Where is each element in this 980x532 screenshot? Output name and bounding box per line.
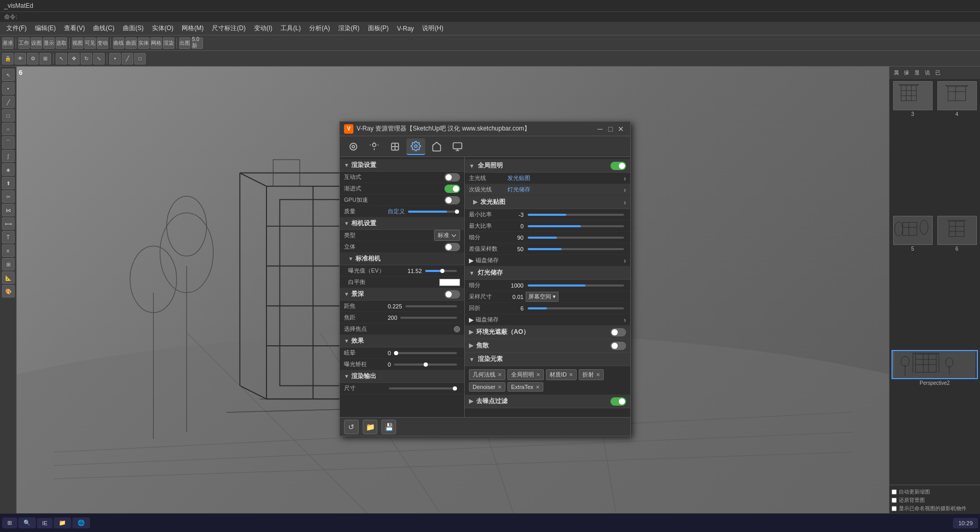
thumb-6-img[interactable] [937,216,977,245]
tb-setview[interactable]: 设图 [31,37,42,49]
interactive-toggle[interactable] [444,173,460,181]
thumb-3-img[interactable] [893,81,933,110]
restore-bg-checkbox[interactable] [892,498,897,503]
rp-tab-notes[interactable]: 说 [923,68,932,77]
menu-solid[interactable]: 实体(O) [148,23,177,34]
lt-blend[interactable]: ⋈ [2,204,15,216]
rp-tab-attributes[interactable]: 属 [892,68,901,77]
menu-curve[interactable]: 曲线(C) [89,23,119,34]
taskbar-files[interactable]: 📁 [54,517,71,528]
tb-render-tools[interactable]: 渲染 [163,37,174,49]
menu-surface[interactable]: 曲面(S) [119,23,148,34]
tab-environment[interactable] [427,138,446,155]
tag-refraction-remove[interactable]: ✕ [596,372,600,378]
tab-geometry[interactable] [386,138,404,155]
caustics-toggle[interactable] [610,342,626,350]
menu-bar[interactable]: 文件(F) 编辑(E) 查看(V) 曲线(C) 曲面(S) 实体(O) 网格(M… [0,22,980,35]
tb-rotate-icon[interactable]: ↻ [81,53,92,64]
close-button[interactable]: ✕ [616,124,626,134]
tb-solid-tools[interactable]: 实体 [138,37,149,49]
lc-disk-cache-row[interactable]: ▶ 磁盘储存 › [465,314,630,326]
irr-disk-cache-row[interactable]: ▶ 磁盘储存 › [465,255,630,266]
taskbar-start[interactable]: ⊞ [2,517,17,528]
render-save-button[interactable]: 💾 [381,420,396,434]
camera-settings-header[interactable]: ▼ 相机设置 [340,217,464,230]
render-open-button[interactable]: 📁 [363,420,377,434]
tb-curve-tools[interactable]: 曲线 [113,37,124,49]
tab-lights[interactable] [365,138,384,155]
menu-panel[interactable]: 面板(P) [364,23,393,34]
ao-toggle[interactable] [610,328,626,336]
lt-line[interactable]: ╱ [2,96,15,108]
maximize-button[interactable]: □ [605,124,616,134]
white-balance-swatch[interactable] [439,279,460,286]
vray-dialog-title[interactable]: V V-Ray 资源管理器【SketchUp吧 汉化 www.sketchupb… [340,122,630,136]
lt-rect[interactable]: □ [2,109,15,122]
menu-view[interactable]: 查看(V) [60,23,89,34]
render-output-header[interactable]: ▼ 渲染输出 [340,370,464,383]
taskbar-browser[interactable]: 🌐 [72,517,90,528]
dof-toggle[interactable] [444,290,460,299]
taskbar-search[interactable]: 🔍 [18,517,36,528]
stereo-toggle[interactable] [444,243,460,251]
lt-text[interactable]: T [2,231,15,243]
gpu-toggle[interactable] [444,196,460,204]
tab-settings[interactable] [406,138,425,155]
irradiance-map-header[interactable]: ▶ 发光贴图 › [465,196,630,209]
lt-circle[interactable]: ○ [2,123,15,135]
caustics-header[interactable]: ▶ 焦散 [465,339,630,353]
tb-workplane[interactable]: 工作 [18,37,30,49]
show-camera-checkbox[interactable] [892,506,897,511]
ao-header[interactable]: ▶ 环境光遮蔽（AO） [465,326,630,339]
minimize-button[interactable]: ─ [595,124,605,134]
tb-eye-icon[interactable]: 👁 [15,53,26,64]
rp-tab-edge[interactable]: 缘 [902,68,911,77]
tab-materials[interactable] [344,138,363,155]
tb-standard[interactable]: 基准 [2,37,14,49]
thumb-5-img[interactable] [893,216,933,245]
tb-snap-icon[interactable]: ⊞ [40,53,51,64]
denoiser-toggle[interactable] [610,397,626,406]
thumb-4-img[interactable] [937,81,977,110]
tag-denoiser-remove[interactable]: ✕ [498,384,502,390]
lt-trim[interactable]: ✂ [2,190,15,203]
taskbar-ie[interactable]: IE [37,518,53,528]
render-settings-header[interactable]: ▼ 渲染设置 [340,159,464,172]
tb-gear-icon[interactable]: ⚙ [27,53,39,64]
tb-surface-tools[interactable]: 曲面 [125,37,137,49]
autoupdate-checkbox[interactable] [892,489,897,495]
effects-header[interactable]: ▼ 效果 [340,335,464,347]
menu-analyze[interactable]: 分析(A) [305,23,334,34]
tb-mesh-tools[interactable]: 网格 [150,37,162,49]
render-reset-button[interactable]: ↺ [344,420,359,434]
tb-visible[interactable]: 可见 [84,37,96,49]
denoiser-header[interactable]: ▶ 去噪点过滤 [465,395,630,408]
lt-curve[interactable]: ∫ [2,150,15,162]
menu-edit[interactable]: 编辑(E) [31,23,60,34]
dof-header[interactable]: ▼ 景深 [340,288,464,301]
tb-scale-icon[interactable]: ⤡ [93,53,105,64]
tb-select[interactable]: 选取 [56,37,67,49]
tab-render[interactable] [448,138,467,155]
menu-dim[interactable]: 尺寸标注(D) [208,23,250,34]
lt-render[interactable]: 🎨 [2,285,15,297]
tb-new-features[interactable]: 5.0新 [192,37,203,49]
lt-mesh[interactable]: ⊞ [2,258,15,270]
lt-select[interactable]: ↖ [2,69,15,81]
tag-wire-normals-remove[interactable]: ✕ [498,372,502,378]
menu-help[interactable]: 说明(H) [418,23,448,34]
tb-output[interactable]: 出图 [179,37,190,49]
render-elements-header[interactable]: ▼ 渲染元素 [465,353,630,366]
thumb-perspective2-img[interactable] [892,350,978,379]
menu-tools[interactable]: 工具(L) [276,23,305,34]
menu-vray[interactable]: V-Ray [393,24,418,33]
lt-surface[interactable]: ◈ [2,163,15,176]
menu-file[interactable]: 文件(F) [2,23,31,34]
tb-point-icon[interactable]: • [109,53,121,64]
lt-hatch[interactable]: ≡ [2,244,15,257]
main-viewport[interactable]: 6 V V-Ray 资源管理器【SketchUp吧 汉化 www.sketchu… [17,67,889,532]
tb-box-icon[interactable]: □ [134,53,146,64]
tag-extratex-remove[interactable]: ✕ [536,384,540,390]
menu-mesh[interactable]: 网格(M) [177,23,208,34]
tb-display[interactable]: 显示 [43,37,55,49]
